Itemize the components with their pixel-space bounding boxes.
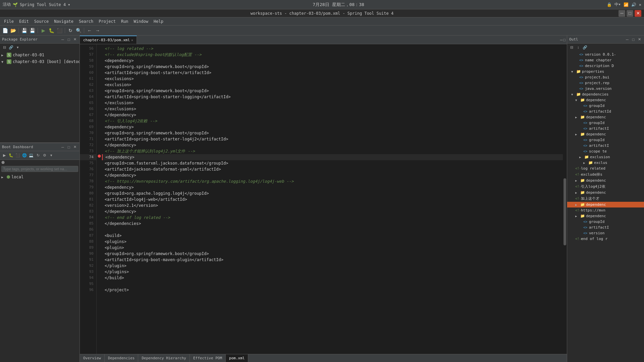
code-line[interactable]: <plugins> (102, 239, 563, 245)
outline-item[interactable]: <!--log related (567, 166, 644, 171)
code-line[interactable]: </exclusion> (102, 100, 563, 106)
code-line[interactable]: </exclusions> (102, 106, 563, 112)
boot-view-menu-btn[interactable]: ▾ (48, 153, 54, 159)
outline-item[interactable]: ▶📁dependenc (567, 178, 644, 183)
code-line[interactable]: <groupId>org.apache.logging.log4j</group… (102, 190, 563, 196)
minimize-editor-btn[interactable]: ─ (560, 38, 563, 42)
outline-item[interactable]: <>version (567, 230, 644, 236)
menu-run[interactable]: Run (118, 18, 131, 24)
boot-minimize[interactable]: ─ (60, 144, 65, 150)
code-line[interactable]: <artifactId>spring-boot-maven-plugin</ar… (102, 257, 563, 263)
outline-item[interactable]: <>java.version (567, 86, 644, 92)
boot-item-local[interactable]: ▶ local (0, 174, 79, 180)
code-line[interactable]: <!-- 加上这个才能辨认到log4j2.yml文件 --> (102, 148, 563, 154)
outline-item[interactable]: ▶📁dependenc (567, 213, 644, 219)
outline-item[interactable]: ▶📁dependenc (567, 131, 644, 137)
outline-item[interactable]: <>artifactId (567, 109, 644, 114)
search-btn[interactable]: 🔍 (75, 27, 82, 34)
outline-close[interactable]: ✕ (637, 37, 642, 42)
code-line[interactable]: </plugin> (102, 263, 563, 269)
link-with-editor-btn[interactable]: 🔗 (8, 44, 14, 50)
outline-item[interactable]: <!--exclude掉s (567, 171, 644, 178)
collapse-all-btn[interactable]: ⊟ (1, 44, 7, 50)
outline-item[interactable]: <>groupId (567, 137, 644, 143)
app-name[interactable]: Spring Tool Suite 4 (20, 2, 66, 7)
code-line[interactable]: <!-- 引入log4j2依赖 --> (102, 118, 563, 124)
outline-item[interactable]: ▶📁exclusion (567, 154, 644, 160)
outline-item[interactable]: <!--end of log r (567, 236, 644, 242)
outline-item[interactable]: <!--引入log4j2依 (567, 183, 644, 190)
open-btn[interactable]: 📂 (9, 27, 17, 34)
tab-close-btn[interactable]: ✕ (131, 38, 133, 42)
back-btn[interactable]: ← (86, 27, 93, 34)
code-line[interactable] (102, 227, 563, 233)
code-line[interactable]: <dependency> (102, 124, 563, 130)
code-line[interactable]: <version>2.1</version> (102, 202, 563, 208)
boot-maximize[interactable]: □ (66, 144, 71, 150)
outline-item[interactable]: ▶📁dependenc (567, 202, 644, 207)
outline-item[interactable]: <>artifactI (567, 126, 644, 131)
outline-sort-btn[interactable]: ↕ (575, 44, 581, 50)
code-line[interactable]: <artifactId>spring-boot-starter-logging<… (102, 94, 563, 100)
maximize-btn[interactable]: □ (627, 10, 633, 17)
menu-navigate[interactable]: Navigate (51, 18, 76, 24)
code-line[interactable]: </dependencies> (102, 221, 563, 227)
outline-item[interactable]: <>groupId (567, 120, 644, 126)
dropdown-arrow[interactable]: ▾ (68, 2, 70, 7)
code-line[interactable]: <build> (102, 233, 563, 239)
outline-link-btn[interactable]: 🔗 (582, 44, 588, 50)
editor-scrollbar[interactable] (563, 44, 567, 354)
code-line[interactable]: </project> (102, 287, 563, 293)
bottom-tab-dependency-hierarchy[interactable]: Dependency Hierarchy (138, 354, 190, 362)
menu-edit[interactable]: Edit (16, 18, 32, 24)
outline-item[interactable]: <>scope te (567, 148, 644, 154)
code-line[interactable]: <dependency> (102, 184, 563, 190)
code-line[interactable]: <artifactId>spring-boot-starter</artifac… (102, 70, 563, 76)
outline-item[interactable]: ▶📁exclus (567, 160, 644, 166)
code-line[interactable]: </plugins> (102, 269, 563, 275)
pkg-view-menu-btn[interactable]: ▾ (15, 44, 21, 50)
code-line[interactable]: </dependency> (102, 142, 563, 148)
outline-item[interactable]: ▼📁dependenc (567, 97, 644, 103)
forward-btn[interactable]: → (94, 27, 101, 34)
code-line[interactable]: <!-- log related --> (102, 46, 563, 52)
code-line[interactable]: <groupId>org.springframework.boot</group… (102, 64, 563, 70)
menu-project[interactable]: Project (96, 18, 118, 24)
code-line[interactable]: </dependency> (102, 112, 563, 118)
outline-item[interactable]: <!--https://mvn (567, 207, 644, 213)
editor-tab-pom[interactable]: chapter-03-03/pom.xml ✕ (80, 36, 137, 44)
boot-refresh-btn[interactable]: ↻ (35, 153, 41, 159)
outline-item[interactable]: ▼📁dependencies (567, 92, 644, 97)
outline-item[interactable]: <>artifactI (567, 225, 644, 230)
outline-item[interactable]: <!--加上这个才 (567, 195, 644, 202)
code-line[interactable]: <groupId>org.springframework.boot</group… (102, 251, 563, 257)
code-line[interactable]: <!-- end of log related --> (102, 215, 563, 221)
code-line[interactable]: </dependency> (102, 208, 563, 215)
language-selector[interactable]: 中▾ (614, 2, 621, 7)
bottom-tab-dependencies[interactable]: Dependencies (105, 354, 138, 362)
menu-source[interactable]: Source (32, 18, 51, 24)
code-line[interactable]: <plugin> (102, 245, 563, 251)
outline-item[interactable]: <>project.rep (567, 80, 644, 86)
code-line[interactable]: <dependency> (102, 154, 563, 160)
close-btn[interactable]: ✕ (635, 10, 641, 17)
window-close[interactable]: ✕ (639, 2, 641, 7)
menu-file[interactable]: File (1, 18, 16, 24)
code-line[interactable]: <artifactId>spring-boot-starter-log4j2</… (102, 136, 563, 142)
code-line[interactable]: <groupId>org.springframework.boot</group… (102, 130, 563, 136)
code-line[interactable]: </build> (102, 275, 563, 281)
menu-help[interactable]: Help (151, 18, 166, 24)
outline-item[interactable]: <>description D (567, 63, 644, 69)
outline-collapse-btn[interactable]: ⊟ (569, 44, 575, 50)
boot-run-btn[interactable]: ▶ (1, 153, 7, 159)
boot-open-btn[interactable]: 🌐 (21, 153, 28, 159)
outline-item[interactable]: <>artifactI (567, 143, 644, 148)
outline-item[interactable]: <>groupId (567, 103, 644, 109)
menu-search[interactable]: Search (76, 18, 96, 24)
refresh-btn[interactable]: ↻ (67, 27, 74, 34)
outline-item[interactable]: ▶📁dependenc (567, 190, 644, 195)
outline-maximize[interactable]: □ (631, 37, 636, 42)
boot-debug-btn[interactable]: 🐛 (8, 153, 14, 159)
code-line[interactable] (102, 281, 563, 287)
scrollbar-thumb[interactable] (564, 178, 566, 245)
